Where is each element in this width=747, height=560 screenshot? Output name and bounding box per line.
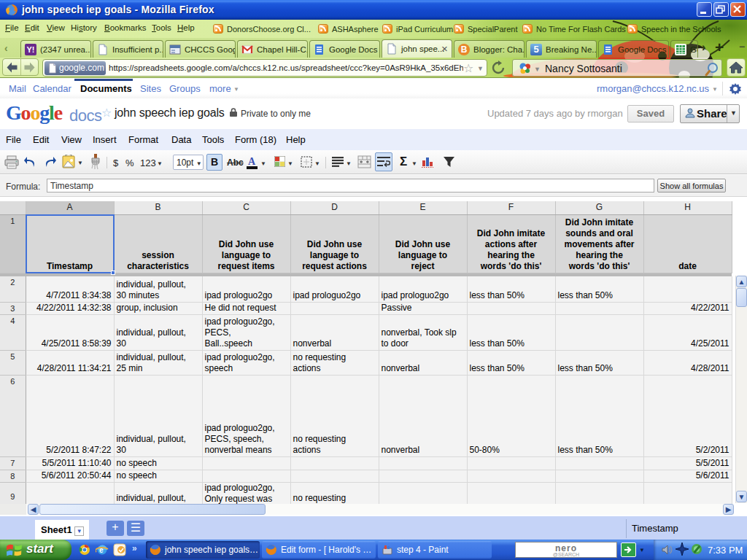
svg-text:e: e	[99, 546, 104, 554]
